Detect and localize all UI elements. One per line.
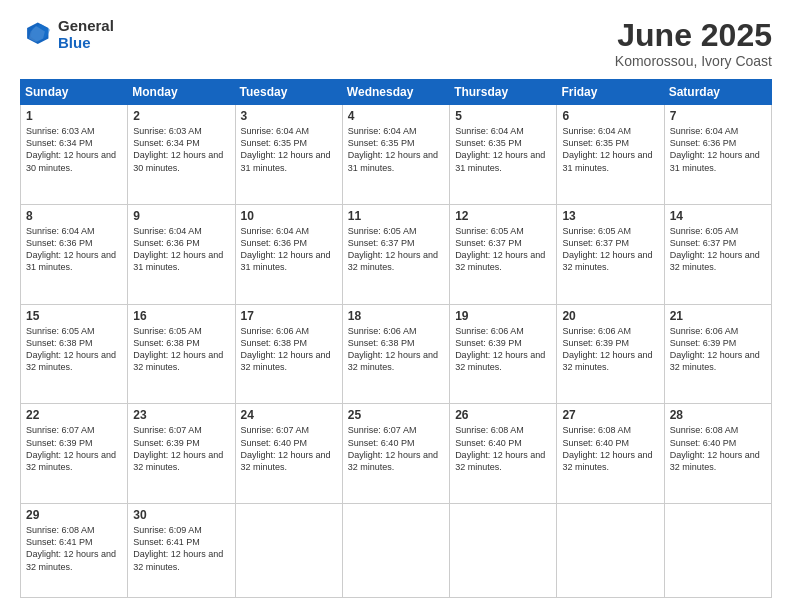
- page-subtitle: Komorossou, Ivory Coast: [615, 53, 772, 69]
- sunset-label: Sunset: 6:39 PM: [455, 338, 522, 348]
- daylight-label: Daylight: 12 hours and 32 minutes.: [348, 450, 438, 472]
- sunrise-label: Sunrise: 6:06 AM: [670, 326, 739, 336]
- daylight-label: Daylight: 12 hours and 32 minutes.: [241, 450, 331, 472]
- daylight-label: Daylight: 12 hours and 31 minutes.: [241, 150, 331, 172]
- day-info: Sunrise: 6:04 AM Sunset: 6:35 PM Dayligh…: [241, 125, 337, 174]
- calendar-cell: 10 Sunrise: 6:04 AM Sunset: 6:36 PM Dayl…: [235, 204, 342, 304]
- sunset-label: Sunset: 6:40 PM: [670, 438, 737, 448]
- day-info: Sunrise: 6:07 AM Sunset: 6:39 PM Dayligh…: [26, 424, 122, 473]
- calendar-cell: 22 Sunrise: 6:07 AM Sunset: 6:39 PM Dayl…: [21, 404, 128, 504]
- sunrise-label: Sunrise: 6:04 AM: [670, 126, 739, 136]
- day-info: Sunrise: 6:06 AM Sunset: 6:39 PM Dayligh…: [670, 325, 766, 374]
- day-number: 18: [348, 309, 444, 323]
- day-info: Sunrise: 6:04 AM Sunset: 6:36 PM Dayligh…: [133, 225, 229, 274]
- calendar-row: 15 Sunrise: 6:05 AM Sunset: 6:38 PM Dayl…: [21, 304, 772, 404]
- sunset-label: Sunset: 6:35 PM: [348, 138, 415, 148]
- calendar-row: 8 Sunrise: 6:04 AM Sunset: 6:36 PM Dayli…: [21, 204, 772, 304]
- daylight-label: Daylight: 12 hours and 32 minutes.: [348, 250, 438, 272]
- daylight-label: Daylight: 12 hours and 32 minutes.: [241, 350, 331, 372]
- sunrise-label: Sunrise: 6:06 AM: [455, 326, 524, 336]
- col-monday: Monday: [128, 80, 235, 105]
- day-info: Sunrise: 6:05 AM Sunset: 6:37 PM Dayligh…: [455, 225, 551, 274]
- day-info: Sunrise: 6:03 AM Sunset: 6:34 PM Dayligh…: [133, 125, 229, 174]
- calendar-cell: [664, 504, 771, 598]
- sunrise-label: Sunrise: 6:06 AM: [562, 326, 631, 336]
- daylight-label: Daylight: 12 hours and 32 minutes.: [133, 450, 223, 472]
- day-info: Sunrise: 6:09 AM Sunset: 6:41 PM Dayligh…: [133, 524, 229, 573]
- title-area: June 2025 Komorossou, Ivory Coast: [615, 18, 772, 69]
- calendar-cell: [450, 504, 557, 598]
- day-number: 21: [670, 309, 766, 323]
- calendar-cell: 13 Sunrise: 6:05 AM Sunset: 6:37 PM Dayl…: [557, 204, 664, 304]
- logo: General Blue: [20, 18, 114, 51]
- daylight-label: Daylight: 12 hours and 31 minutes.: [670, 150, 760, 172]
- calendar-row: 29 Sunrise: 6:08 AM Sunset: 6:41 PM Dayl…: [21, 504, 772, 598]
- sunrise-label: Sunrise: 6:08 AM: [562, 425, 631, 435]
- calendar-header-row: Sunday Monday Tuesday Wednesday Thursday…: [21, 80, 772, 105]
- day-number: 23: [133, 408, 229, 422]
- sunset-label: Sunset: 6:34 PM: [133, 138, 200, 148]
- daylight-label: Daylight: 12 hours and 31 minutes.: [348, 150, 438, 172]
- calendar-cell: [557, 504, 664, 598]
- daylight-label: Daylight: 12 hours and 32 minutes.: [26, 549, 116, 571]
- logo-icon: [20, 19, 52, 51]
- day-number: 5: [455, 109, 551, 123]
- daylight-label: Daylight: 12 hours and 32 minutes.: [562, 350, 652, 372]
- daylight-label: Daylight: 12 hours and 32 minutes.: [670, 250, 760, 272]
- sunrise-label: Sunrise: 6:06 AM: [348, 326, 417, 336]
- calendar-cell: [342, 504, 449, 598]
- day-number: 22: [26, 408, 122, 422]
- sunrise-label: Sunrise: 6:06 AM: [241, 326, 310, 336]
- calendar-cell: 12 Sunrise: 6:05 AM Sunset: 6:37 PM Dayl…: [450, 204, 557, 304]
- calendar-cell: 15 Sunrise: 6:05 AM Sunset: 6:38 PM Dayl…: [21, 304, 128, 404]
- calendar-cell: 30 Sunrise: 6:09 AM Sunset: 6:41 PM Dayl…: [128, 504, 235, 598]
- calendar-cell: 14 Sunrise: 6:05 AM Sunset: 6:37 PM Dayl…: [664, 204, 771, 304]
- sunset-label: Sunset: 6:41 PM: [26, 537, 93, 547]
- sunset-label: Sunset: 6:38 PM: [26, 338, 93, 348]
- day-info: Sunrise: 6:08 AM Sunset: 6:40 PM Dayligh…: [670, 424, 766, 473]
- day-number: 13: [562, 209, 658, 223]
- sunrise-label: Sunrise: 6:08 AM: [455, 425, 524, 435]
- daylight-label: Daylight: 12 hours and 31 minutes.: [26, 250, 116, 272]
- sunset-label: Sunset: 6:41 PM: [133, 537, 200, 547]
- calendar-cell: 27 Sunrise: 6:08 AM Sunset: 6:40 PM Dayl…: [557, 404, 664, 504]
- sunset-label: Sunset: 6:39 PM: [26, 438, 93, 448]
- sunset-label: Sunset: 6:35 PM: [562, 138, 629, 148]
- daylight-label: Daylight: 12 hours and 30 minutes.: [26, 150, 116, 172]
- day-number: 25: [348, 408, 444, 422]
- calendar-cell: 23 Sunrise: 6:07 AM Sunset: 6:39 PM Dayl…: [128, 404, 235, 504]
- day-number: 14: [670, 209, 766, 223]
- sunrise-label: Sunrise: 6:04 AM: [26, 226, 95, 236]
- daylight-label: Daylight: 12 hours and 32 minutes.: [670, 350, 760, 372]
- calendar-cell: 5 Sunrise: 6:04 AM Sunset: 6:35 PM Dayli…: [450, 105, 557, 205]
- day-info: Sunrise: 6:04 AM Sunset: 6:36 PM Dayligh…: [241, 225, 337, 274]
- calendar-cell: 24 Sunrise: 6:07 AM Sunset: 6:40 PM Dayl…: [235, 404, 342, 504]
- day-number: 17: [241, 309, 337, 323]
- day-number: 7: [670, 109, 766, 123]
- sunset-label: Sunset: 6:38 PM: [241, 338, 308, 348]
- daylight-label: Daylight: 12 hours and 32 minutes.: [562, 250, 652, 272]
- calendar-cell: 8 Sunrise: 6:04 AM Sunset: 6:36 PM Dayli…: [21, 204, 128, 304]
- sunset-label: Sunset: 6:36 PM: [670, 138, 737, 148]
- day-number: 16: [133, 309, 229, 323]
- sunrise-label: Sunrise: 6:04 AM: [562, 126, 631, 136]
- sunset-label: Sunset: 6:38 PM: [348, 338, 415, 348]
- daylight-label: Daylight: 12 hours and 31 minutes.: [455, 150, 545, 172]
- calendar-cell: 21 Sunrise: 6:06 AM Sunset: 6:39 PM Dayl…: [664, 304, 771, 404]
- sunset-label: Sunset: 6:35 PM: [455, 138, 522, 148]
- day-info: Sunrise: 6:05 AM Sunset: 6:37 PM Dayligh…: [562, 225, 658, 274]
- sunset-label: Sunset: 6:40 PM: [562, 438, 629, 448]
- day-info: Sunrise: 6:07 AM Sunset: 6:39 PM Dayligh…: [133, 424, 229, 473]
- day-number: 8: [26, 209, 122, 223]
- sunset-label: Sunset: 6:39 PM: [133, 438, 200, 448]
- day-number: 19: [455, 309, 551, 323]
- sunrise-label: Sunrise: 6:05 AM: [133, 326, 202, 336]
- sunset-label: Sunset: 6:37 PM: [455, 238, 522, 248]
- col-sunday: Sunday: [21, 80, 128, 105]
- day-number: 9: [133, 209, 229, 223]
- day-number: 28: [670, 408, 766, 422]
- day-number: 4: [348, 109, 444, 123]
- day-number: 2: [133, 109, 229, 123]
- sunrise-label: Sunrise: 6:05 AM: [348, 226, 417, 236]
- daylight-label: Daylight: 12 hours and 32 minutes.: [26, 450, 116, 472]
